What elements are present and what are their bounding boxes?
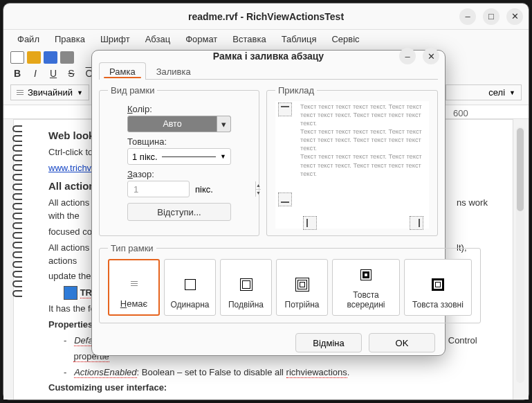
border-type-group: Тип рамки Немає Одинарна Подвійна Потрій… xyxy=(99,243,481,323)
gap-input[interactable] xyxy=(128,181,255,197)
double-border-icon xyxy=(242,280,250,289)
main-titlebar: readme.rvf - RichViewActionsTest – □ ✕ xyxy=(3,3,529,30)
chevron-down-icon: ▼ xyxy=(220,153,226,160)
main-title: readme.rvf - RichViewActionsTest xyxy=(3,11,529,22)
dialog-title: Рамка і заливка абзацу xyxy=(213,51,324,62)
units-label: пікс. xyxy=(195,184,213,195)
menu-service[interactable]: Сервіс xyxy=(324,32,366,46)
color-value: Авто xyxy=(128,119,217,129)
type-triple[interactable]: Потрійна xyxy=(276,259,328,316)
bold-button[interactable]: B xyxy=(12,68,23,79)
triple-border-icon xyxy=(300,282,305,287)
gap-label: Зазор: xyxy=(127,169,250,179)
type-none[interactable]: Немає xyxy=(108,259,160,316)
dialog-minimize-button[interactable]: – xyxy=(399,48,416,64)
border-fill-dialog: Рамка і заливка абзацу – ✕ Рамка Заливка… xyxy=(91,50,446,356)
color-label: Колір: xyxy=(127,104,250,114)
thick-inside-icon xyxy=(363,271,369,278)
paragraph-style-combo[interactable]: Звичайний ▼ xyxy=(10,84,89,100)
border-left-toggle[interactable] xyxy=(303,216,317,230)
window-controls: – □ ✕ xyxy=(459,8,523,25)
cancel-button[interactable]: Відміна xyxy=(295,333,362,352)
no-border-icon xyxy=(131,280,138,287)
print-icon[interactable] xyxy=(60,51,74,64)
text: All actions h xyxy=(48,197,97,208)
border-right-toggle[interactable] xyxy=(410,216,423,230)
text: : Boolean – set to False to disable all xyxy=(137,367,286,377)
tab-border[interactable]: Рамка xyxy=(99,62,146,80)
menu-file[interactable]: Файл xyxy=(10,32,46,46)
right-combo-value: селі xyxy=(488,87,505,98)
text: ActionsEnabled xyxy=(74,367,136,378)
heading-custom: Customizing user interface: xyxy=(48,382,167,393)
border-type-legend: Тип рамки xyxy=(108,243,156,253)
gap-spinner[interactable]: ▲▼ xyxy=(127,181,190,197)
border-style-legend: Вид рамки xyxy=(108,85,157,96)
new-icon[interactable] xyxy=(10,51,24,64)
paragraph-icon xyxy=(17,89,24,96)
chevron-down-icon: ▼ xyxy=(77,89,83,96)
open-icon[interactable] xyxy=(27,51,41,64)
preview-legend: Приклад xyxy=(275,85,317,96)
dialog-close-button[interactable]: ✕ xyxy=(423,48,439,64)
text: update their xyxy=(48,271,96,281)
text: focused con xyxy=(48,226,97,237)
dialog-titlebar: Рамка і заливка абзацу – ✕ xyxy=(92,51,445,62)
spiral-binding xyxy=(12,123,28,300)
menu-edit[interactable]: Правка xyxy=(48,32,92,46)
menu-para[interactable]: Абзац xyxy=(138,32,177,46)
text: It has the fo xyxy=(48,303,95,314)
text: Control xyxy=(448,335,477,346)
italic-button[interactable]: I xyxy=(30,68,41,79)
paragraph-style-value: Звичайний xyxy=(28,87,73,98)
dialog-tabs: Рамка Заливка xyxy=(99,62,438,80)
text: All actions h xyxy=(48,242,97,253)
preview-text: Текст текст текст текст текст. Текст тек… xyxy=(295,101,429,229)
scrollbar-thumb[interactable] xyxy=(517,128,524,211)
text: Ctrl-click to xyxy=(48,147,93,157)
component-icon xyxy=(64,286,77,300)
minimize-button[interactable]: – xyxy=(459,8,476,25)
heading-properties: Properties xyxy=(48,319,93,330)
menu-insert[interactable]: Вставка xyxy=(226,32,273,46)
preview-group: Приклад Текст текст текст текст текст. Т… xyxy=(266,85,438,236)
chevron-down-icon: ▾ xyxy=(217,116,230,132)
spin-down[interactable]: ▼ xyxy=(256,190,261,197)
ok-button[interactable]: OK xyxy=(369,333,435,352)
spin-up[interactable]: ▲ xyxy=(256,181,261,190)
thick-outside-icon xyxy=(435,282,441,287)
border-top-toggle[interactable] xyxy=(278,102,292,116)
menu-format[interactable]: Формат xyxy=(178,32,224,46)
menubar: Файл Правка Шрифт Абзац Формат Вставка Т… xyxy=(3,30,529,48)
right-combo[interactable]: селі ▼ xyxy=(446,84,522,100)
save-icon[interactable] xyxy=(44,51,57,64)
width-combo[interactable]: 1 пікс. ▼ xyxy=(127,148,231,165)
type-double[interactable]: Подвійна xyxy=(220,259,272,316)
border-bottom-toggle[interactable] xyxy=(278,192,292,206)
strike-button[interactable]: S xyxy=(66,68,77,79)
preview-area: Текст текст текст текст текст. Текст тек… xyxy=(275,101,429,229)
width-value: 1 пікс. xyxy=(132,152,158,162)
tab-fill[interactable]: Заливка xyxy=(146,62,201,80)
border-style-group: Вид рамки Колір: Авто ▾ Товщина: 1 пікс.… xyxy=(99,85,259,236)
type-thick-inside[interactable]: Товста всередині xyxy=(332,259,400,316)
width-label: Товщина: xyxy=(127,136,250,147)
menu-table[interactable]: Таблиця xyxy=(275,32,324,46)
close-button[interactable]: ✕ xyxy=(506,8,523,25)
dialog-footer: Відміна OK xyxy=(92,328,445,359)
menu-font[interactable]: Шрифт xyxy=(93,32,137,46)
indents-button[interactable]: Відступи... xyxy=(127,203,231,221)
text: . xyxy=(347,367,350,377)
text: richviewactions xyxy=(286,367,347,378)
maximize-button[interactable]: □ xyxy=(483,8,499,25)
single-border-icon xyxy=(185,279,196,290)
underline-button[interactable]: U xyxy=(48,68,59,79)
type-thick-outside[interactable]: Товста ззовні xyxy=(404,259,472,316)
color-combo[interactable]: Авто ▾ xyxy=(127,116,231,132)
ruler-tick: 600 xyxy=(453,108,468,118)
vertical-scrollbar[interactable] xyxy=(516,127,524,383)
line-preview xyxy=(162,156,216,157)
type-single[interactable]: Одинарна xyxy=(164,259,216,316)
chevron-down-icon: ▼ xyxy=(509,89,515,96)
